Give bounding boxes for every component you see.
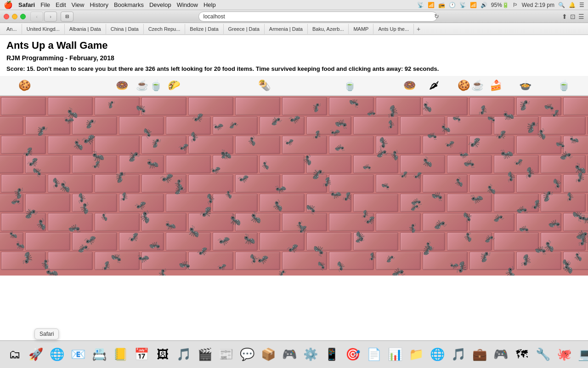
user-icon[interactable]: ☰ xyxy=(579,2,584,8)
ant-168[interactable]: 🐜 xyxy=(178,260,191,272)
food-bowl1[interactable]: 🍵 xyxy=(150,80,162,92)
ant-118[interactable]: 🐜 xyxy=(147,158,159,170)
ant-167[interactable]: 🐜 xyxy=(110,253,122,264)
ant-135[interactable]: 🐜 xyxy=(574,171,585,183)
apple-menu[interactable]: 🍎 xyxy=(4,0,13,9)
ant-52[interactable]: 🐜 xyxy=(542,190,554,202)
bookmark-4[interactable]: Czech Repu... xyxy=(144,24,186,34)
dock-photos[interactable]: 🖼 xyxy=(153,345,173,365)
ant-18[interactable]: 🐜 xyxy=(486,115,496,124)
bookmark-5[interactable]: Belize | Data xyxy=(185,24,223,34)
back-button[interactable]: ‹ xyxy=(30,12,43,22)
close-button[interactable] xyxy=(4,14,9,19)
help-menu[interactable]: Help xyxy=(204,1,216,8)
dock-pages[interactable]: 📄 xyxy=(364,345,384,365)
dock-calendar[interactable]: 📅 xyxy=(131,345,152,365)
history-menu[interactable]: History xyxy=(90,1,108,8)
dock-notes[interactable]: 📒 xyxy=(110,345,130,365)
dock-keynote[interactable]: 🎯 xyxy=(343,345,363,365)
dock-github[interactable]: 🐙 xyxy=(554,345,574,365)
food-cookie2[interactable]: 🍪 xyxy=(458,80,470,92)
forward-button[interactable]: › xyxy=(44,12,57,22)
bookmark-10[interactable]: Ants Up the... xyxy=(373,24,414,34)
dock-filezilla[interactable]: 📁 xyxy=(406,345,426,365)
dock-finder[interactable]: 🗂 xyxy=(5,345,25,365)
ant-3[interactable]: 🐜 xyxy=(312,103,322,113)
ant-44[interactable]: 🐜 xyxy=(119,192,129,202)
window-menu[interactable]: Window xyxy=(177,1,198,8)
ant-49[interactable]: 🐜 xyxy=(381,183,390,190)
food-wrap[interactable]: 🌯 xyxy=(258,80,271,92)
bookmark-6[interactable]: Greece | Data xyxy=(224,24,265,34)
dock-discord[interactable]: 🎮 xyxy=(491,345,511,365)
fullscreen-button[interactable] xyxy=(20,14,26,19)
view-menu[interactable]: View xyxy=(72,1,85,8)
bookmark-3[interactable]: China | Data xyxy=(106,24,144,34)
food-cookie1[interactable]: 🍪 xyxy=(18,80,31,92)
dock-mail[interactable]: 📧 xyxy=(68,345,88,365)
food-donut1[interactable]: 🍩 xyxy=(116,80,128,92)
ant-90[interactable]: 🐜 xyxy=(277,269,287,276)
safari-menu[interactable]: Safari xyxy=(18,1,35,8)
ant-87[interactable]: 🐜 xyxy=(101,261,111,270)
ant-100[interactable]: 🐜 xyxy=(334,118,348,132)
bookmark-7[interactable]: Armenia | Data xyxy=(265,24,308,34)
food-bowl3[interactable]: 🍵 xyxy=(558,80,570,92)
dock-spotify[interactable]: 🎵 xyxy=(448,345,469,365)
ant-30[interactable]: 🐜 xyxy=(556,141,565,150)
dock-iphone[interactable]: 📱 xyxy=(322,345,342,365)
dock-slack[interactable]: 💼 xyxy=(469,345,490,365)
dock-games[interactable]: 🎮 xyxy=(279,345,300,365)
dock-maps[interactable]: 🗺 xyxy=(512,345,532,365)
notification-icon[interactable]: 🔔 xyxy=(569,2,576,8)
ant-105[interactable]: 🐜 xyxy=(544,103,554,113)
ant-165[interactable]: 🐜 xyxy=(576,234,588,247)
address-bar[interactable]: localhost xyxy=(198,12,437,22)
file-menu[interactable]: File xyxy=(40,1,50,8)
food-bowl2[interactable]: 🍵 xyxy=(344,80,356,92)
minimize-button[interactable] xyxy=(12,14,17,19)
ant-103[interactable]: 🐜 xyxy=(503,110,515,121)
ant-107[interactable]: 🐜 xyxy=(151,138,162,149)
ant-117[interactable]: 🐜 xyxy=(92,150,105,162)
bookmark-2[interactable]: Albania | Data xyxy=(65,24,106,34)
ant-7[interactable]: 🐜 xyxy=(477,105,488,115)
sidebar-toggle[interactable]: ☰ xyxy=(578,13,584,20)
dock-imovie[interactable]: 🎬 xyxy=(195,345,215,365)
ant-115[interactable]: 🐜 xyxy=(570,135,579,144)
sidebar-button[interactable]: ⊟ xyxy=(61,12,74,22)
ant-130[interactable]: 🐜 xyxy=(321,177,332,188)
ant-148[interactable]: 🐜 xyxy=(165,220,176,230)
food-stew[interactable]: 🍲 xyxy=(519,80,531,92)
dock-appstore[interactable]: 📦 xyxy=(258,345,278,365)
ant-50[interactable]: 🐜 xyxy=(431,191,443,203)
ant-8[interactable]: 🐜 xyxy=(519,99,531,111)
ant-102[interactable]: 🐜 xyxy=(452,115,461,123)
ant-173[interactable]: 🐜 xyxy=(518,253,532,267)
ant-141[interactable]: 🐜 xyxy=(342,191,352,202)
ant-104[interactable]: 🐜 xyxy=(526,121,538,134)
dock-contacts[interactable]: 📇 xyxy=(89,345,109,365)
food-pepper[interactable]: 🌶 xyxy=(429,80,439,92)
bookmark-8[interactable]: Baku, Azerb... xyxy=(308,24,349,34)
ant-97[interactable]: 🐜 xyxy=(135,104,147,115)
reload-button[interactable]: ↻ xyxy=(434,13,439,20)
food-taco[interactable]: 🌮 xyxy=(168,80,180,92)
ant-144[interactable]: 🐜 xyxy=(531,199,541,210)
food-cake[interactable]: 🍰 xyxy=(490,80,502,92)
ant-1[interactable]: 🐜 xyxy=(108,100,115,108)
dock-messages[interactable]: 💬 xyxy=(237,345,257,365)
ant-4[interactable]: 🐜 xyxy=(349,98,360,109)
dock-news[interactable]: 📰 xyxy=(216,345,236,365)
bookmark-0[interactable]: An... xyxy=(2,24,22,34)
ant-112[interactable]: 🐜 xyxy=(426,131,437,142)
food-tea1[interactable]: ☕ xyxy=(136,80,148,92)
food-tea2[interactable]: ☕ xyxy=(471,80,484,92)
dock-systemprefs[interactable]: ⚙️ xyxy=(300,345,321,365)
dock-xcode[interactable]: 🔧 xyxy=(533,345,553,365)
bookmarks-menu[interactable]: Bookmarks xyxy=(114,1,144,8)
dock-vscode[interactable]: 💻 xyxy=(575,345,588,365)
food-donut2[interactable]: 🍩 xyxy=(403,80,416,92)
bookmark-9[interactable]: MAMP xyxy=(349,24,373,34)
ant-127[interactable]: 🐜 xyxy=(115,172,127,184)
